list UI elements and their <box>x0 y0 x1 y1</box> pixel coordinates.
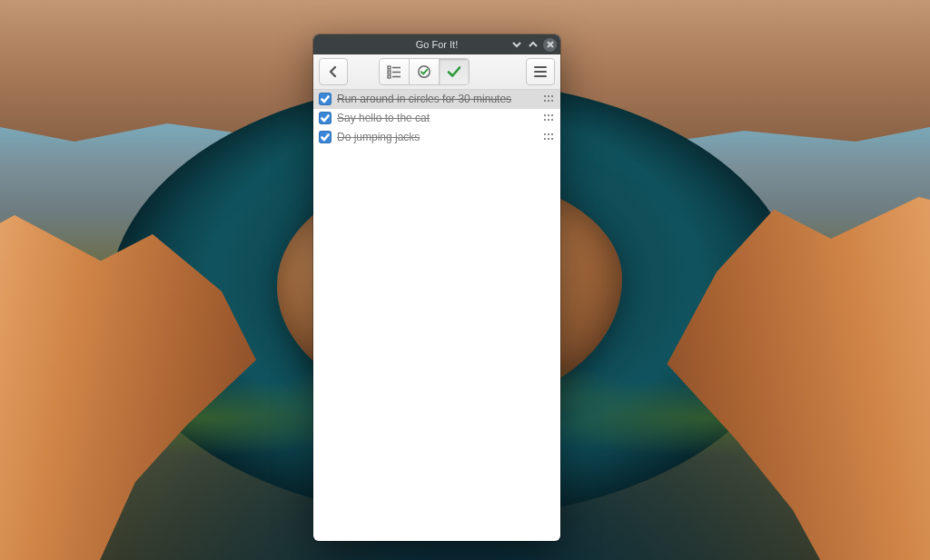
window-minimize-button[interactable] <box>510 38 523 51</box>
svg-point-12 <box>544 100 546 102</box>
chevron-up-icon <box>529 40 538 49</box>
svg-point-25 <box>548 138 549 140</box>
svg-point-9 <box>544 95 546 97</box>
svg-point-26 <box>551 138 553 140</box>
check-icon <box>321 133 330 142</box>
svg-point-24 <box>544 138 546 140</box>
svg-point-10 <box>548 95 549 97</box>
svg-point-18 <box>544 119 546 121</box>
task-label: Say hello to the cat <box>337 112 537 124</box>
chevron-down-icon <box>512 40 521 49</box>
window-controls <box>510 34 557 54</box>
window-close-button[interactable] <box>543 38 557 52</box>
task-checkbox[interactable] <box>319 112 331 124</box>
back-button[interactable] <box>319 58 348 85</box>
view-switcher <box>379 58 470 85</box>
svg-point-11 <box>551 95 553 97</box>
app-window: Go For It! <box>313 34 560 541</box>
close-icon <box>546 40 555 49</box>
svg-point-20 <box>551 119 553 121</box>
view-done-button[interactable] <box>440 59 469 84</box>
svg-point-13 <box>548 100 549 102</box>
done-task-list: Run around in circles for 30 minutes Say… <box>313 90 560 541</box>
check-icon <box>321 113 330 123</box>
svg-point-17 <box>551 114 553 116</box>
checkmark-icon <box>446 64 462 80</box>
task-checkbox[interactable] <box>319 93 331 105</box>
view-timer-button[interactable] <box>410 59 440 84</box>
task-row[interactable]: Run around in circles for 30 minutes <box>313 90 560 109</box>
check-icon <box>321 94 330 103</box>
svg-point-14 <box>551 100 553 102</box>
task-label: Do jumping jacks <box>337 131 537 143</box>
drag-handle-icon[interactable] <box>542 133 555 142</box>
task-row[interactable]: Say hello to the cat <box>313 109 560 128</box>
menu-button[interactable] <box>526 58 555 85</box>
task-checkbox[interactable] <box>319 131 331 143</box>
svg-point-19 <box>548 119 549 121</box>
svg-point-16 <box>548 114 549 116</box>
task-label: Run around in circles for 30 minutes <box>337 93 537 105</box>
window-title: Go For It! <box>416 39 458 50</box>
svg-point-23 <box>551 133 553 135</box>
view-todo-button[interactable] <box>380 59 410 84</box>
svg-point-21 <box>544 133 546 135</box>
timer-check-icon <box>416 64 432 80</box>
svg-point-15 <box>544 114 546 116</box>
chevron-left-icon <box>327 65 340 78</box>
titlebar[interactable]: Go For It! <box>313 34 560 54</box>
window-maximize-button[interactable] <box>527 38 539 51</box>
task-row[interactable]: Do jumping jacks <box>313 128 560 147</box>
svg-rect-2 <box>388 66 391 69</box>
svg-point-22 <box>548 133 549 135</box>
svg-rect-4 <box>388 75 391 78</box>
hamburger-icon <box>534 66 547 77</box>
drag-handle-icon[interactable] <box>542 113 555 123</box>
headerbar <box>313 54 560 90</box>
todo-list-icon <box>386 64 402 80</box>
svg-rect-3 <box>388 71 391 74</box>
drag-handle-icon[interactable] <box>542 94 555 103</box>
